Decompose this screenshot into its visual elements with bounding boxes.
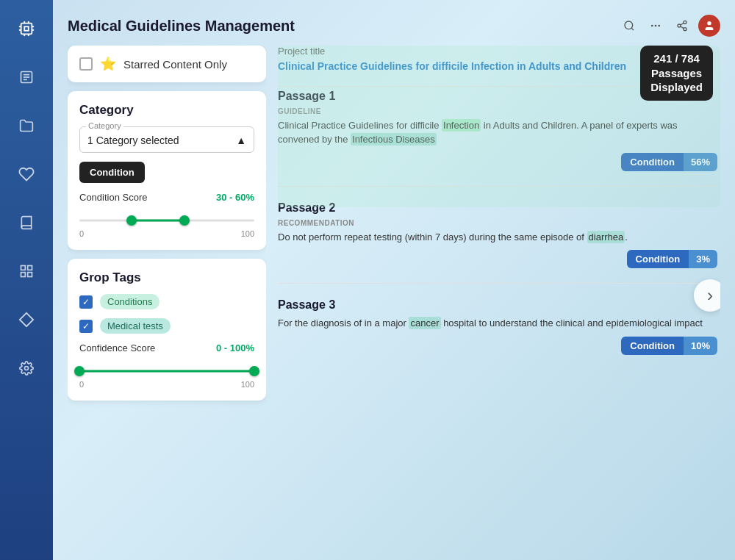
category-selected-text: 1 Category selected bbox=[87, 134, 179, 146]
sidebar-icon-hands[interactable] bbox=[12, 160, 40, 188]
highlight-cancer: cancer bbox=[409, 317, 440, 329]
medical-tests-tag-row: ✓ Medical tests bbox=[79, 318, 254, 334]
passage-3-heading: Passage 3 bbox=[278, 298, 717, 312]
confidence-slider-thumb-right[interactable] bbox=[249, 366, 259, 376]
svg-line-28 bbox=[681, 26, 684, 29]
more-button[interactable] bbox=[645, 15, 666, 36]
sidebar-icon-diamond[interactable] bbox=[12, 306, 40, 334]
conditions-checkbox[interactable]: ✓ bbox=[79, 295, 93, 309]
slider-labels: 0 100 bbox=[79, 229, 254, 238]
passage-3-footer: Condition 10% bbox=[278, 337, 717, 355]
passage-2: Passage 2 RECOMMENDATION Do not perform … bbox=[278, 201, 717, 269]
slider-thumb-left[interactable] bbox=[126, 215, 137, 226]
passage-3-condition-score: 10% bbox=[684, 337, 717, 355]
slider-max-label: 100 bbox=[241, 229, 254, 238]
passage-3: Passage 3 For the diagnosis of in a majo… bbox=[278, 298, 717, 355]
sidebar-icon-grid[interactable] bbox=[12, 257, 40, 285]
left-panel: ⭐ Starred Content Only Category Category… bbox=[68, 46, 266, 545]
group-tags-card: Grop Tags ✓ Conditions ✓ Medical tests C… bbox=[68, 259, 266, 401]
svg-line-29 bbox=[681, 23, 684, 25]
confidence-score-label: Confidence Score bbox=[79, 342, 155, 353]
user-avatar[interactable] bbox=[698, 15, 720, 37]
svg-rect-1 bbox=[24, 26, 29, 31]
highlight-diarrhea: diarrhea bbox=[587, 231, 625, 243]
passages-count-line1: 241 / 784 bbox=[650, 51, 703, 66]
share-button[interactable] bbox=[672, 15, 692, 36]
highlight-infectious-diseases: Infectious Diseases bbox=[351, 133, 437, 146]
page-title: Medical Guidelines Management bbox=[68, 18, 295, 35]
condition-button[interactable]: Condition bbox=[79, 162, 145, 183]
sidebar-icon-settings[interactable] bbox=[12, 354, 40, 382]
passage-1-footer: Condition 56% bbox=[278, 153, 717, 171]
sidebar-icon-cpu[interactable] bbox=[12, 15, 40, 43]
svg-point-23 bbox=[655, 25, 657, 27]
svg-rect-0 bbox=[21, 24, 32, 35]
svg-point-19 bbox=[25, 367, 29, 370]
condition-slider[interactable]: 0 100 bbox=[79, 212, 254, 238]
slider-thumb-right[interactable] bbox=[179, 215, 190, 226]
condition-score-label: Condition Score bbox=[79, 192, 148, 203]
passage-2-heading: Passage 2 bbox=[278, 201, 717, 215]
category-card-title: Category bbox=[79, 103, 254, 118]
svg-point-30 bbox=[707, 21, 711, 25]
header: Medical Guidelines Management bbox=[68, 15, 720, 37]
next-arrow-button[interactable]: › bbox=[694, 279, 720, 312]
category-select-value[interactable]: 1 Category selected ▲ bbox=[87, 130, 246, 146]
sidebar-icon-book[interactable] bbox=[12, 209, 40, 237]
category-select-label: Category bbox=[86, 121, 123, 130]
passage-1-text: Clinical Practice Guidelines for diffici… bbox=[278, 118, 717, 147]
passage-2-condition-score: 3% bbox=[689, 250, 717, 268]
svg-marker-18 bbox=[20, 313, 33, 326]
category-select[interactable]: Category 1 Category selected ▲ bbox=[79, 126, 254, 153]
svg-rect-17 bbox=[28, 273, 32, 277]
passage-1-type: GUIDELINE bbox=[278, 107, 717, 115]
svg-rect-14 bbox=[21, 266, 26, 270]
confidence-slider-labels: 0 100 bbox=[79, 380, 254, 389]
svg-point-22 bbox=[651, 25, 653, 27]
svg-rect-16 bbox=[21, 273, 26, 277]
passages-count-line2: Passages bbox=[650, 66, 703, 81]
passage-3-condition-btn[interactable]: Condition bbox=[621, 337, 684, 355]
svg-point-27 bbox=[684, 28, 686, 31]
header-actions bbox=[619, 15, 720, 37]
star-icon: ⭐ bbox=[100, 56, 116, 72]
passage-1-condition-btn[interactable]: Condition bbox=[621, 153, 684, 171]
confidence-slider-fill bbox=[79, 370, 254, 373]
condition-slider-track-area[interactable] bbox=[79, 213, 254, 228]
passage-divider-2 bbox=[278, 283, 717, 284]
passages-count-line3: Displayed bbox=[650, 80, 703, 95]
medical-tests-checkbox[interactable]: ✓ bbox=[79, 320, 93, 333]
condition-score-row: Condition Score 30 - 60% bbox=[79, 192, 254, 203]
passage-1: Passage 1 GUIDELINE Clinical Practice Gu… bbox=[278, 90, 717, 171]
svg-point-24 bbox=[658, 25, 660, 27]
sidebar-icon-folder[interactable] bbox=[12, 112, 40, 140]
slider-min-label: 0 bbox=[79, 229, 84, 238]
passage-2-footer: Condition 3% bbox=[278, 250, 717, 268]
right-panel: 241 / 784 Passages Displayed Project tit… bbox=[278, 46, 720, 545]
svg-point-20 bbox=[625, 21, 633, 29]
columns-layout: ⭐ Starred Content Only Category Category… bbox=[68, 46, 720, 545]
svg-rect-15 bbox=[28, 266, 32, 270]
search-button[interactable] bbox=[619, 15, 639, 36]
slider-fill bbox=[132, 220, 184, 222]
confidence-slider-track-area[interactable] bbox=[79, 364, 254, 378]
conditions-tag-row: ✓ Conditions bbox=[79, 294, 254, 309]
confidence-slider-min: 0 bbox=[79, 380, 84, 389]
conditions-tag: Conditions bbox=[100, 294, 159, 309]
passage-2-type: RECOMMENDATION bbox=[278, 219, 717, 227]
confidence-slider-max: 100 bbox=[241, 380, 254, 389]
condition-score-value: 30 - 60% bbox=[216, 192, 254, 203]
passage-divider-1 bbox=[278, 186, 717, 187]
starred-checkbox[interactable] bbox=[79, 57, 93, 71]
passages-list: Passage 1 GUIDELINE Clinical Practice Gu… bbox=[278, 90, 720, 545]
confidence-slider-thumb-left[interactable] bbox=[74, 366, 85, 376]
svg-line-21 bbox=[631, 28, 634, 30]
passage-2-condition-btn[interactable]: Condition bbox=[627, 250, 689, 268]
sidebar bbox=[0, 0, 53, 560]
passage-3-text: For the diagnosis of in a major cancer h… bbox=[278, 316, 717, 331]
confidence-score-value: 0 - 100% bbox=[216, 342, 254, 353]
passage-2-text: Do not perform repeat testing (within 7 … bbox=[278, 230, 717, 245]
sidebar-icon-document[interactable] bbox=[12, 63, 40, 91]
confidence-slider[interactable]: 0 100 bbox=[79, 362, 254, 389]
passage-1-condition-score: 56% bbox=[684, 153, 717, 171]
